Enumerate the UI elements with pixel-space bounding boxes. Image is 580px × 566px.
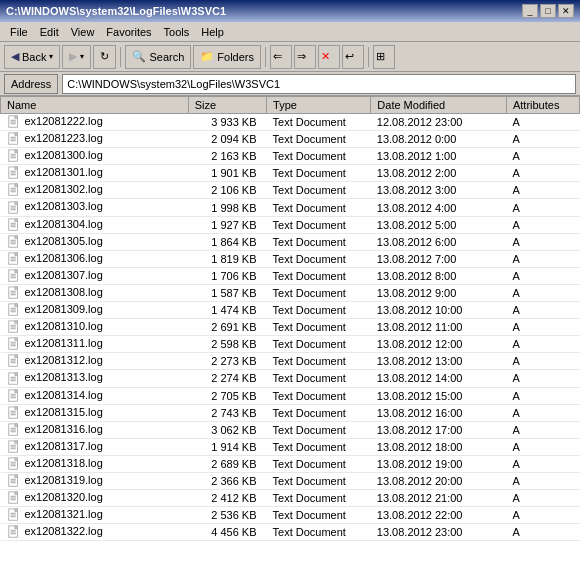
file-icon <box>7 183 23 197</box>
file-attr: A <box>506 182 579 199</box>
minimize-button[interactable]: _ <box>522 4 538 18</box>
back-button[interactable]: ◀ Back ▾ <box>4 45 60 69</box>
file-date: 13.08.2012 0:00 <box>371 131 507 148</box>
address-input[interactable] <box>62 74 576 94</box>
file-attr: A <box>506 319 579 336</box>
menu-view[interactable]: View <box>65 25 101 39</box>
file-type: Text Document <box>267 319 371 336</box>
col-header-date[interactable]: Date Modified <box>371 97 507 114</box>
table-row[interactable]: ex12081300.log 2 163 KB Text Document 13… <box>1 148 580 165</box>
separator-2 <box>265 47 266 67</box>
file-size: 3 933 KB <box>188 114 266 131</box>
title-text: C:\WINDOWS\system32\LogFiles\W3SVC1 <box>6 5 226 17</box>
table-row[interactable]: ex12081308.log 1 587 KB Text Document 13… <box>1 284 580 301</box>
table-row[interactable]: ex12081314.log 2 705 KB Text Document 13… <box>1 387 580 404</box>
col-header-type[interactable]: Type <box>267 97 371 114</box>
forward-button[interactable]: ▶ ▾ <box>62 45 91 69</box>
file-date: 13.08.2012 8:00 <box>371 267 507 284</box>
file-size: 1 587 KB <box>188 284 266 301</box>
copy-button[interactable]: ⇒ <box>294 45 316 69</box>
file-type: Text Document <box>267 216 371 233</box>
table-row[interactable]: ex12081322.log 4 456 KB Text Document 13… <box>1 524 580 541</box>
file-type: Text Document <box>267 131 371 148</box>
table-row[interactable]: ex12081312.log 2 273 KB Text Document 13… <box>1 353 580 370</box>
file-size: 2 705 KB <box>188 387 266 404</box>
table-row[interactable]: ex12081305.log 1 864 KB Text Document 13… <box>1 233 580 250</box>
search-button[interactable]: 🔍 Search <box>125 45 191 69</box>
file-size: 2 691 KB <box>188 319 266 336</box>
file-name: ex12081319.log <box>1 472 189 489</box>
file-list-container[interactable]: Name Size Type Date Modified Attributes … <box>0 96 580 566</box>
file-type: Text Document <box>267 421 371 438</box>
file-icon <box>7 166 23 180</box>
move-icon: ⇐ <box>273 50 282 63</box>
file-date: 13.08.2012 22:00 <box>371 507 507 524</box>
table-row[interactable]: ex12081321.log 2 536 KB Text Document 13… <box>1 507 580 524</box>
col-header-attr[interactable]: Attributes <box>506 97 579 114</box>
file-size: 1 819 KB <box>188 250 266 267</box>
menu-help[interactable]: Help <box>195 25 230 39</box>
file-attr: A <box>506 284 579 301</box>
file-attr: A <box>506 165 579 182</box>
file-size: 3 062 KB <box>188 421 266 438</box>
file-icon <box>7 457 23 471</box>
undo-button[interactable]: ↩ <box>342 45 364 69</box>
search-label: Search <box>149 51 184 63</box>
table-row[interactable]: ex12081320.log 2 412 KB Text Document 13… <box>1 490 580 507</box>
table-row[interactable]: ex12081307.log 1 706 KB Text Document 13… <box>1 267 580 284</box>
table-row[interactable]: ex12081316.log 3 062 KB Text Document 13… <box>1 421 580 438</box>
table-row[interactable]: ex12081317.log 1 914 KB Text Document 13… <box>1 438 580 455</box>
refresh-button[interactable]: ↻ <box>93 45 116 69</box>
table-row[interactable]: ex12081306.log 1 819 KB Text Document 13… <box>1 250 580 267</box>
file-type: Text Document <box>267 455 371 472</box>
col-header-name[interactable]: Name <box>1 97 189 114</box>
table-row[interactable]: ex12081319.log 2 366 KB Text Document 13… <box>1 472 580 489</box>
folders-button[interactable]: 📁 Folders <box>193 45 261 69</box>
menu-favorites[interactable]: Favorites <box>100 25 157 39</box>
table-row[interactable]: ex12081223.log 2 094 KB Text Document 13… <box>1 131 580 148</box>
file-name: ex12081222.log <box>1 114 189 131</box>
close-button[interactable]: ✕ <box>558 4 574 18</box>
file-date: 13.08.2012 17:00 <box>371 421 507 438</box>
file-icon <box>7 525 23 539</box>
file-attr: A <box>506 131 579 148</box>
move-button[interactable]: ⇐ <box>270 45 292 69</box>
title-bar: C:\WINDOWS\system32\LogFiles\W3SVC1 _ □ … <box>0 0 580 22</box>
views-button[interactable]: ⊞ <box>373 45 395 69</box>
table-row[interactable]: ex12081303.log 1 998 KB Text Document 13… <box>1 199 580 216</box>
table-row[interactable]: ex12081301.log 1 901 KB Text Document 13… <box>1 165 580 182</box>
file-attr: A <box>506 114 579 131</box>
table-row[interactable]: ex12081304.log 1 927 KB Text Document 13… <box>1 216 580 233</box>
file-date: 13.08.2012 18:00 <box>371 438 507 455</box>
table-row[interactable]: ex12081222.log 3 933 KB Text Document 12… <box>1 114 580 131</box>
table-row[interactable]: ex12081311.log 2 598 KB Text Document 13… <box>1 336 580 353</box>
title-buttons: _ □ ✕ <box>522 4 574 18</box>
file-name: ex12081314.log <box>1 387 189 404</box>
file-attr: A <box>506 302 579 319</box>
file-name: ex12081223.log <box>1 131 189 148</box>
file-type: Text Document <box>267 507 371 524</box>
file-icon <box>7 320 23 334</box>
file-name: ex12081315.log <box>1 404 189 421</box>
file-icon <box>7 115 23 129</box>
file-type: Text Document <box>267 267 371 284</box>
table-row[interactable]: ex12081318.log 2 689 KB Text Document 13… <box>1 455 580 472</box>
file-icon <box>7 354 23 368</box>
table-row[interactable]: ex12081313.log 2 274 KB Text Document 13… <box>1 370 580 387</box>
file-date: 13.08.2012 9:00 <box>371 284 507 301</box>
menu-tools[interactable]: Tools <box>158 25 196 39</box>
table-row[interactable]: ex12081315.log 2 743 KB Text Document 13… <box>1 404 580 421</box>
file-date: 13.08.2012 16:00 <box>371 404 507 421</box>
delete-button[interactable]: ✕ <box>318 45 340 69</box>
table-row[interactable]: ex12081309.log 1 474 KB Text Document 13… <box>1 302 580 319</box>
menu-file[interactable]: File <box>4 25 34 39</box>
table-row[interactable]: ex12081310.log 2 691 KB Text Document 13… <box>1 319 580 336</box>
table-row[interactable]: ex12081302.log 2 106 KB Text Document 13… <box>1 182 580 199</box>
col-header-size[interactable]: Size <box>188 97 266 114</box>
file-attr: A <box>506 507 579 524</box>
menu-edit[interactable]: Edit <box>34 25 65 39</box>
file-size: 1 927 KB <box>188 216 266 233</box>
maximize-button[interactable]: □ <box>540 4 556 18</box>
file-type: Text Document <box>267 302 371 319</box>
file-name: ex12081316.log <box>1 421 189 438</box>
